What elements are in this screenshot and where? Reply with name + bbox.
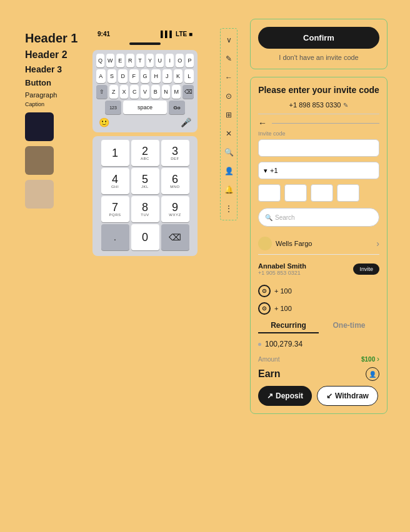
key-t[interactable]: T	[136, 54, 144, 67]
earn-title: Earn	[258, 368, 281, 380]
numkey-9[interactable]: 9 WXYZ	[161, 196, 189, 222]
invite-code-section: Please enter your invite code +1 898 853…	[250, 77, 388, 414]
back-arrow-icon[interactable]: ←	[258, 118, 267, 128]
key-backspace[interactable]: ⌫	[182, 85, 194, 99]
key-a[interactable]: A	[96, 69, 106, 83]
withdraw-button[interactable]: ↙ Withdraw	[317, 386, 378, 406]
numkey-backspace[interactable]: ⌫	[161, 224, 189, 250]
phone-notch	[129, 42, 161, 45]
invite-code-label: Invite code	[258, 131, 379, 137]
bell-icon[interactable]: 🔔	[224, 185, 234, 195]
numkey-dot[interactable]: .	[101, 224, 129, 250]
key-y[interactable]: Y	[146, 54, 154, 67]
edit-phone-icon[interactable]: ✎	[343, 102, 348, 109]
more-icon[interactable]: ⋮	[224, 204, 234, 214]
back-icon[interactable]: ←	[224, 72, 234, 82]
key-z[interactable]: Z	[109, 85, 118, 99]
key-x[interactable]: X	[120, 85, 129, 99]
contact-info: Annabel Smith +1 905 853 0321	[258, 262, 353, 276]
amount-chevron-icon[interactable]: ›	[377, 355, 379, 363]
key-w[interactable]: W	[106, 54, 114, 67]
keyboard-row-2: A S D F G H J K L	[96, 69, 194, 83]
earn-row: Earn 👤	[258, 367, 379, 381]
code-box-3[interactable]	[311, 184, 333, 202]
close-icon[interactable]: ✕	[224, 129, 234, 139]
invite-code-input[interactable]	[258, 139, 379, 157]
header3-label: Header 3	[25, 64, 88, 74]
key-e[interactable]: E	[116, 54, 124, 67]
action-buttons: ↗ Deposit ↙ Withdraw	[258, 386, 379, 406]
key-i[interactable]: I	[166, 54, 174, 67]
bank-row[interactable]: Wells Fargo ›	[258, 233, 379, 255]
invite-button[interactable]: Invite	[353, 264, 379, 275]
confirm-section: Confirm I don't have an invite code	[250, 19, 388, 69]
key-b[interactable]: B	[151, 85, 160, 99]
key-u[interactable]: U	[156, 54, 164, 67]
numkey-2[interactable]: 2 ABC	[131, 140, 159, 166]
key-c[interactable]: C	[130, 85, 139, 99]
key-n[interactable]: N	[162, 85, 171, 99]
key-shift[interactable]: ⇧	[96, 85, 108, 99]
code-box-1[interactable]	[258, 184, 281, 202]
key-v[interactable]: V	[141, 85, 149, 99]
phone-code-dropdown[interactable]: ▾ +1	[258, 162, 379, 179]
grid-icon[interactable]: ⊞	[224, 110, 234, 120]
confirm-button[interactable]: Confirm	[258, 27, 379, 49]
token-value-1: + 100	[274, 287, 292, 295]
key-p[interactable]: P	[186, 54, 194, 67]
numkey-0[interactable]: 0	[131, 224, 159, 250]
edit-icon[interactable]: ✎	[224, 54, 234, 64]
numkey-6[interactable]: 6 MNO	[161, 168, 189, 194]
header2-label: Header 2	[25, 49, 88, 61]
code-box-2[interactable]	[284, 184, 307, 202]
key-m[interactable]: M	[172, 85, 181, 99]
circle-icon[interactable]: ⊙	[224, 91, 234, 101]
numkey-5[interactable]: 5 JKL	[131, 168, 159, 194]
color-swatch-light-tan	[25, 180, 54, 209]
search-bar[interactable]: 🔍 Search	[258, 208, 379, 227]
key-s[interactable]: S	[108, 69, 117, 83]
amount-dollar-value[interactable]: $100	[361, 356, 375, 363]
numpad-row-2: 4 GHI 5 JKL 6 MNO	[96, 168, 194, 194]
mic-icon[interactable]: 🎤	[181, 117, 191, 127]
key-g[interactable]: G	[141, 69, 150, 83]
numkey-7[interactable]: 7 PQRS	[101, 196, 129, 222]
key-d[interactable]: D	[118, 69, 128, 83]
key-space[interactable]: space	[123, 101, 167, 114]
icon-strip: ∨ ✎ ← ⊙ ⊞ ✕ 🔍 👤 🔔 ⋮	[220, 28, 238, 220]
key-o[interactable]: O	[176, 54, 184, 67]
color-swatch-tan	[25, 146, 54, 175]
bank-chevron-icon: ›	[376, 239, 379, 249]
earn-person-icon[interactable]: 👤	[366, 367, 379, 381]
search-icon[interactable]: 🔍	[224, 147, 234, 157]
numpad-row-1: 1 2 ABC 3 DEF	[96, 140, 194, 166]
code-box-4[interactable]	[337, 184, 359, 202]
key-k[interactable]: K	[174, 69, 183, 83]
key-r[interactable]: R	[126, 54, 134, 67]
right-panel: Confirm I don't have an invite code Plea…	[250, 19, 388, 421]
deposit-button[interactable]: ↗ Deposit	[258, 386, 312, 406]
tab-one-time[interactable]: One-time	[319, 321, 379, 333]
bank-icon	[258, 237, 272, 250]
chevron-down-icon[interactable]: ∨	[224, 35, 234, 45]
key-go[interactable]: Go	[169, 101, 185, 114]
code-underline	[272, 123, 379, 124]
no-invite-link[interactable]: I don't have an invite code	[258, 54, 379, 61]
emoji-icon[interactable]: 🙂	[99, 117, 109, 127]
numkey-1[interactable]: 1	[101, 140, 129, 166]
key-f[interactable]: F	[129, 69, 139, 83]
amount-dot	[258, 343, 261, 346]
person-icon[interactable]: 👤	[224, 166, 234, 176]
numkey-3[interactable]: 3 DEF	[161, 140, 189, 166]
keyboard-row-1: Q W E R T Y U I O P	[96, 54, 194, 67]
key-num-toggle[interactable]: 123	[105, 101, 121, 114]
tab-recurring[interactable]: Recurring	[258, 321, 319, 333]
phone-mockup: 9:41 ▌▌▌ LTE ■ Q W E R T Y U I O P A S D…	[92, 28, 198, 256]
numkey-8[interactable]: 8 TUV	[131, 196, 159, 222]
key-l[interactable]: L	[184, 69, 194, 83]
numkey-4[interactable]: 4 GHI	[101, 168, 129, 194]
key-q[interactable]: Q	[96, 54, 104, 67]
deposit-label: Deposit	[276, 392, 303, 400]
key-h[interactable]: H	[151, 69, 161, 83]
key-j[interactable]: J	[162, 69, 172, 83]
